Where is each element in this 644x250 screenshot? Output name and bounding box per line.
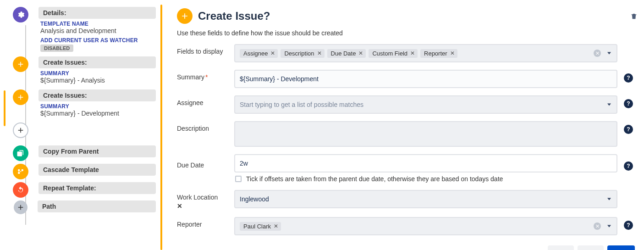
create-1-summary-value: ${Summary} - Analysis <box>39 77 156 84</box>
help-icon[interactable]: ? <box>624 125 633 134</box>
label-fields-to-display: Fields to display <box>177 44 234 55</box>
checkbox-icon <box>235 176 242 182</box>
clear-all-icon[interactable]: ✕ <box>594 222 601 230</box>
chip-reporter: Reporter✕ <box>420 49 457 58</box>
summary-input[interactable]: ${Summary} - Development <box>234 70 617 88</box>
create-1-header: Create Issues: <box>39 56 156 68</box>
timeline-add-node[interactable] <box>13 122 156 138</box>
plus-icon <box>14 200 28 214</box>
create-2-header: Create Issues: <box>39 89 156 101</box>
create-1-summary-label: SUMMARY <box>39 70 156 77</box>
copy-parent-header: Copy From Parent <box>39 145 156 157</box>
template-name-value: Analysis and Development <box>39 27 156 34</box>
create-2-summary-value: ${Summary} - Development <box>39 110 156 117</box>
timeline-node-path[interactable]: Path <box>13 200 156 214</box>
timeline-node-cascade[interactable]: Cascade Template <box>13 164 156 179</box>
cascade-icon <box>13 164 28 179</box>
chip-remove[interactable]: ✕ <box>358 50 363 56</box>
timeline-node-details[interactable]: Details: TEMPLATE NAME Analysis and Deve… <box>13 7 156 52</box>
help-icon[interactable]: ? <box>624 221 633 230</box>
remove-field-button[interactable]: ✕ <box>177 202 234 210</box>
label-assignee: Assignee <box>177 95 234 106</box>
plus-icon <box>13 89 28 105</box>
help-icon[interactable]: ? <box>624 99 633 108</box>
work-location-select[interactable]: Inglewood <box>234 190 617 208</box>
reporter-select[interactable]: Paul Clark✕ ✕ <box>234 217 617 235</box>
help-icon[interactable]: ? <box>624 73 633 83</box>
timeline-selection-indicator <box>4 90 6 126</box>
chip-remove[interactable]: ✕ <box>410 50 415 56</box>
due-date-input[interactable]: 2w <box>234 154 617 172</box>
label-work-location: Work Location ✕ <box>177 190 234 210</box>
chip-custom-field: Custom Field✕ <box>369 49 418 58</box>
copy-icon <box>13 145 28 161</box>
form-footer: Prev Next Save <box>177 245 635 250</box>
timeline-node-repeat[interactable]: Repeat Template: <box>13 182 156 198</box>
label-description: Description <box>177 121 234 132</box>
prev-button[interactable]: Prev <box>548 245 574 250</box>
cascade-header: Cascade Template <box>39 164 156 176</box>
path-header: Path <box>38 200 156 212</box>
create-2-summary-label: SUMMARY <box>39 103 156 110</box>
clear-all-icon[interactable]: ✕ <box>594 50 601 57</box>
save-button[interactable]: Save <box>607 245 635 250</box>
label-reporter: Reporter <box>177 217 234 228</box>
plus-icon <box>13 56 28 72</box>
chip-due-date: Due Date✕ <box>327 49 366 58</box>
chip-remove[interactable]: ✕ <box>270 50 275 56</box>
chip-assignee: Assignee✕ <box>240 49 278 58</box>
help-icon[interactable]: ? <box>624 161 633 171</box>
label-summary: Summary* <box>177 70 234 81</box>
description-textarea[interactable] <box>234 121 617 147</box>
watcher-label: ADD CURRENT USER AS WATCHER <box>39 37 156 44</box>
repeat-header: Repeat Template: <box>39 182 156 194</box>
gear-icon <box>13 7 28 22</box>
details-header: Details: <box>39 7 156 19</box>
fields-to-display-select[interactable]: Assignee✕ Description✕ Due Date✕ Custom … <box>234 44 617 62</box>
template-name-label: TEMPLATE NAME <box>39 21 156 27</box>
timeline-pane: Details: TEMPLATE NAME Analysis and Deve… <box>0 0 160 250</box>
chip-remove[interactable]: ✕ <box>317 50 322 56</box>
form-pane: Create Issue? Use these fields to define… <box>162 0 644 250</box>
timeline-node-copy-parent[interactable]: Copy From Parent <box>13 145 156 161</box>
chip-remove[interactable]: ✕ <box>274 223 278 229</box>
plus-icon <box>177 8 193 24</box>
due-date-offset-checkbox[interactable]: Tick if offsets are taken from the paren… <box>234 172 617 183</box>
assignee-select[interactable]: Start typing to get a list of possible m… <box>234 95 617 114</box>
delete-button[interactable] <box>630 13 638 22</box>
plus-icon <box>13 122 28 138</box>
timeline-node-create-1[interactable]: Create Issues: SUMMARY ${Summary} - Anal… <box>13 56 156 87</box>
timeline-node-create-2[interactable]: Create Issues: SUMMARY ${Summary} - Deve… <box>13 89 156 120</box>
pane-description: Use these fields to define how the issue… <box>177 29 635 37</box>
watcher-badge: DISABLED <box>40 44 73 52</box>
chip-reporter-user: Paul Clark✕ <box>240 222 281 231</box>
next-button[interactable]: Next <box>578 245 604 250</box>
label-due-date: Due Date <box>177 154 234 169</box>
chip-description: Description✕ <box>281 49 324 58</box>
pane-title: Create Issue? <box>198 10 270 22</box>
repeat-icon <box>13 182 28 198</box>
chip-remove[interactable]: ✕ <box>450 50 455 56</box>
